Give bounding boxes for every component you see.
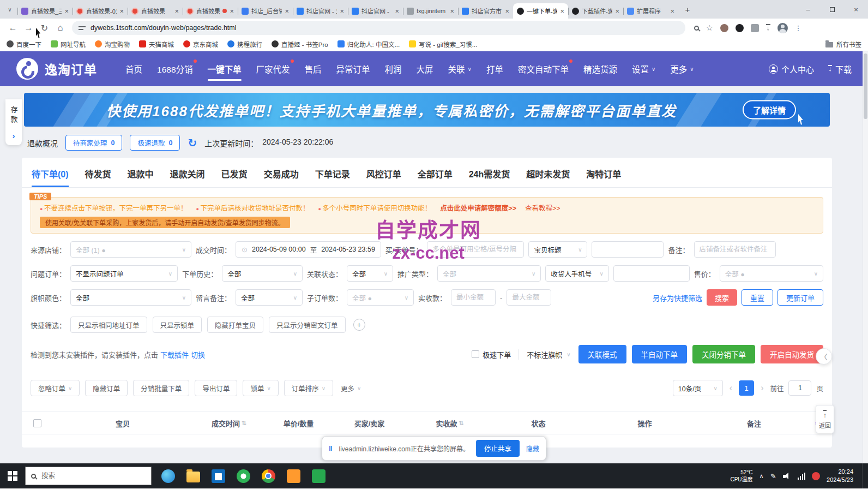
extension-monkey-icon[interactable]: [720, 24, 728, 32]
download-plugin-link[interactable]: 下载插件: [160, 349, 189, 360]
order-tab[interactable]: 待下单(0): [32, 167, 69, 187]
bookmark-item[interactable]: 京东商城: [183, 40, 218, 49]
window-minimize-button[interactable]: –: [796, 0, 820, 19]
browser-tab[interactable]: 一键下单-逸 ×: [513, 3, 568, 19]
mode-button[interactable]: 关联模式: [578, 345, 626, 363]
nav-item[interactable]: 1688分销: [157, 51, 192, 86]
relation-status-select[interactable]: 全部: [347, 265, 393, 282]
bookmark-item[interactable]: 天猫商城: [139, 40, 174, 49]
browser-tab[interactable]: 直播效果 ×: [128, 3, 183, 19]
sub-order-select[interactable]: 全部 ●: [347, 289, 414, 306]
mode-button[interactable]: 开启自动发货: [761, 345, 823, 363]
remark-input[interactable]: [694, 241, 776, 258]
page-size-select[interactable]: 10条/页: [673, 380, 723, 396]
quick-filter-button[interactable]: 只显示分销密文订单: [269, 317, 346, 333]
quick-filter-button[interactable]: 只显示锁单: [153, 317, 202, 333]
update-orders-button[interactable]: 更新订单: [777, 289, 823, 306]
mode-button[interactable]: 关闭分销下单: [692, 345, 755, 363]
hide-share-bar-link[interactable]: 隐藏: [526, 444, 539, 453]
nav-item[interactable]: 精选货源: [583, 51, 617, 86]
address-bar[interactable]: dywebs.1tsoft.com/douyin-web/pages/trade…: [72, 21, 685, 35]
forward-button[interactable]: →: [21, 21, 36, 35]
item-title-input[interactable]: [592, 241, 664, 258]
nav-item[interactable]: 大屏: [417, 51, 433, 86]
tab-search-icon[interactable]: ∨: [3, 2, 16, 16]
browser-tab[interactable]: 抖店官方市 ×: [458, 3, 513, 19]
taskbar-search[interactable]: [25, 467, 152, 485]
orders-toolbar-button[interactable]: 隐藏订单: [85, 380, 128, 396]
browser-tab[interactable]: 直播效果-01 ×: [73, 3, 128, 19]
tab-close-icon[interactable]: ×: [285, 8, 289, 15]
tab-close-icon[interactable]: ×: [395, 8, 399, 15]
tab-close-icon[interactable]: ×: [670, 8, 674, 15]
tab-close-icon[interactable]: ×: [230, 8, 234, 15]
save-quick-filter-link[interactable]: 另存为快捷筛选: [653, 293, 702, 303]
nav-item[interactable]: 设置: [632, 51, 655, 86]
back-to-top-button[interactable]: ↑ 返回: [816, 405, 834, 433]
browser-tab[interactable]: 抖店官网 - 1 ×: [293, 3, 348, 19]
orders-toolbar-button[interactable]: 忽略订单: [31, 380, 80, 396]
order-tab[interactable]: 退款关闭: [170, 167, 205, 187]
all-bookmarks-button[interactable]: 所有书签: [825, 40, 861, 49]
apply-quota-link[interactable]: 点击此处申请解密额度>>: [440, 202, 516, 213]
receiver-phone-select[interactable]: 收货人手机号: [545, 265, 608, 282]
nav-item[interactable]: 密文自动下单: [518, 51, 569, 86]
bookmark-item[interactable]: 直播姬 - 书签Pro: [272, 40, 328, 49]
tab-close-icon[interactable]: ×: [450, 8, 454, 15]
site-logo-icon[interactable]: [16, 58, 38, 80]
nav-item[interactable]: 厂家代发: [256, 51, 290, 86]
tab-close-icon[interactable]: ×: [174, 8, 179, 15]
taskbar-app-icon[interactable]: [308, 463, 329, 488]
side-drawer-tab[interactable]: 存款 ›: [5, 99, 22, 145]
quick-filter-button[interactable]: 隐藏打单宝贝: [207, 317, 263, 333]
taskbar-app-icon[interactable]: [157, 463, 179, 488]
back-button[interactable]: ←: [5, 21, 20, 35]
pen-icon[interactable]: ✎: [770, 472, 776, 480]
bookmark-item[interactable]: 归化助人: 中国文...: [337, 40, 400, 49]
zoom-icon[interactable]: [694, 26, 699, 31]
item-title-select[interactable]: 宝贝标题: [528, 241, 587, 258]
show-desktop-strip[interactable]: [862, 463, 865, 488]
browser-tab[interactable]: 扩展程序 ×: [623, 3, 678, 19]
new-tab-button[interactable]: +: [680, 2, 695, 16]
taskbar-clock[interactable]: 20:24 2024/5/23: [827, 468, 853, 484]
bookmark-item[interactable]: 写说 - gif搜索_习惯...: [409, 40, 477, 49]
bookmark-item[interactable]: 百度一下: [7, 40, 41, 49]
receiver-phone-input[interactable]: [613, 265, 690, 282]
price-select[interactable]: 全部 ●: [720, 265, 823, 282]
orders-toolbar-button[interactable]: 更多: [339, 380, 363, 396]
mode-button[interactable]: 半自动下单: [632, 345, 688, 363]
extensions-puzzle-icon[interactable]: [751, 24, 759, 32]
nav-item[interactable]: 利润: [385, 51, 402, 86]
downloads-icon[interactable]: ↑: [766, 24, 770, 32]
site-info-icon[interactable]: [79, 25, 86, 31]
select-all-checkbox[interactable]: [33, 419, 41, 427]
tab-close-icon[interactable]: ×: [505, 8, 509, 15]
taskbar-search-input[interactable]: [40, 472, 133, 480]
nav-item[interactable]: 首页: [125, 51, 142, 86]
orders-toolbar-button[interactable]: 锁单: [243, 380, 278, 396]
taskbar-app-icon[interactable]: [207, 463, 229, 488]
security-tray-icon[interactable]: [812, 472, 820, 480]
add-quick-filter-icon[interactable]: +: [353, 319, 365, 331]
search-button[interactable]: 搜索: [707, 289, 737, 306]
tab-close-icon[interactable]: ×: [119, 8, 124, 15]
order-tab[interactable]: 已发货: [221, 167, 248, 187]
browser-tab[interactable]: 直播效果 ×: [183, 3, 238, 19]
tray-expand-icon[interactable]: ∧: [760, 473, 764, 480]
network-icon[interactable]: [798, 473, 806, 480]
current-page-button[interactable]: 1: [739, 380, 754, 396]
order-history-select[interactable]: 全部: [222, 265, 303, 282]
browser-tab[interactable]: 抖店_后台管 ×: [238, 3, 293, 19]
promo-type-select[interactable]: 全部: [437, 265, 541, 282]
order-tab[interactable]: 淘特订单: [586, 167, 621, 187]
tab-close-icon[interactable]: ×: [340, 8, 344, 15]
window-close-button[interactable]: ×: [844, 0, 868, 19]
source-shop-select[interactable]: 全部 (1) ●: [70, 241, 191, 258]
nav-item[interactable]: 打单: [486, 51, 503, 86]
taskbar-app-icon[interactable]: [282, 463, 304, 488]
page-scrollbar[interactable]: [863, 51, 868, 463]
nav-item[interactable]: 异常订单: [336, 51, 370, 86]
flag-color-select[interactable]: 全部: [70, 289, 191, 306]
bookmark-item[interactable]: 网址导航: [51, 40, 86, 49]
